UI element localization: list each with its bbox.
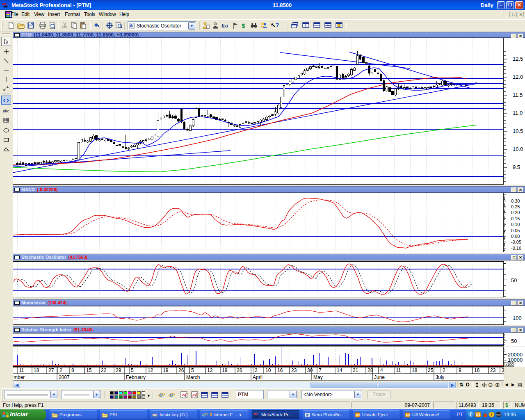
- svg-text:MS: MS: [254, 412, 258, 415]
- svg-text:March: March: [186, 374, 200, 380]
- svg-text:4: 4: [380, 368, 383, 373]
- svg-text:21: 21: [353, 368, 358, 373]
- svg-text:30: 30: [307, 368, 313, 373]
- svg-text:e: e: [203, 412, 206, 418]
- svg-text:23: 23: [490, 368, 496, 373]
- svg-text:5: 5: [191, 368, 194, 373]
- svg-text:12.0: 12.0: [513, 74, 523, 80]
- svg-text:11: 11: [19, 368, 24, 373]
- svg-text:2: 2: [255, 368, 258, 373]
- svg-text:0.20: 0.20: [511, 210, 520, 215]
- svg-text:12.5: 12.5: [513, 56, 523, 62]
- svg-text:26: 26: [178, 368, 184, 373]
- svg-text:May: May: [313, 374, 323, 380]
- svg-text:10.5: 10.5: [513, 128, 523, 134]
- svg-text:x100: x100: [505, 363, 514, 367]
- svg-text:0.25: 0.25: [511, 204, 520, 209]
- svg-text:MS: MS: [2, 2, 8, 6]
- svg-text:100: 100: [513, 315, 522, 321]
- svg-text:0.15: 0.15: [511, 216, 520, 221]
- svg-text:16: 16: [474, 368, 480, 373]
- svg-text:9.5: 9.5: [513, 164, 520, 170]
- svg-text:February: February: [126, 374, 146, 380]
- svg-text:3: 3: [502, 368, 504, 373]
- svg-text:50: 50: [511, 277, 517, 283]
- svg-text:27: 27: [48, 368, 54, 373]
- svg-text:U3: U3: [356, 413, 361, 417]
- svg-text:8: 8: [71, 368, 74, 373]
- svg-text:U3: U3: [406, 413, 411, 417]
- svg-text:osd: osd: [496, 413, 501, 416]
- svg-text:11.5: 11.5: [513, 92, 523, 98]
- svg-text:22: 22: [101, 368, 107, 373]
- svg-text:11.0: 11.0: [513, 110, 523, 116]
- svg-text:5: 5: [131, 368, 134, 373]
- svg-text:9: 9: [459, 368, 461, 373]
- svg-text:12: 12: [207, 368, 213, 373]
- svg-text:26: 26: [237, 368, 242, 373]
- svg-text:10.0: 10.0: [513, 146, 523, 152]
- svg-text:0.10: 0.10: [511, 222, 520, 227]
- svg-text:e: e: [169, 391, 173, 398]
- svg-text:15: 15: [86, 368, 92, 373]
- svg-text:7: 7: [319, 368, 322, 373]
- svg-text:-0.10: -0.10: [511, 246, 521, 251]
- svg-text:L: L: [7, 85, 9, 89]
- svg-text:10: 10: [265, 368, 271, 373]
- svg-text:2007: 2007: [59, 374, 70, 380]
- svg-text:2: 2: [443, 368, 445, 373]
- svg-text:18: 18: [34, 368, 39, 373]
- svg-text:!: !: [491, 413, 492, 417]
- svg-text:July: July: [436, 374, 444, 380]
- svg-text:0.30: 0.30: [511, 199, 520, 203]
- svg-text:14: 14: [337, 368, 342, 373]
- svg-text:23: 23: [291, 368, 297, 373]
- svg-text:abc: abc: [3, 108, 9, 113]
- svg-text:12: 12: [148, 368, 153, 373]
- svg-text:-0.05: -0.05: [511, 240, 521, 244]
- svg-text:11: 11: [396, 368, 401, 373]
- svg-text:e: e: [159, 391, 163, 398]
- svg-text:0.05: 0.05: [511, 228, 520, 233]
- svg-text:1: 1: [185, 394, 187, 398]
- svg-text:April: April: [253, 374, 262, 380]
- svg-text:2: 2: [59, 368, 62, 373]
- svg-text:19: 19: [163, 368, 169, 373]
- svg-text:18: 18: [412, 368, 418, 373]
- svg-text:mber: mber: [14, 374, 25, 380]
- svg-text:29: 29: [116, 368, 121, 373]
- svg-text:19: 19: [222, 368, 228, 373]
- svg-text:50: 50: [511, 338, 517, 344]
- svg-text:U3: U3: [476, 413, 481, 417]
- svg-text:June: June: [374, 374, 385, 380]
- svg-text:25: 25: [428, 368, 434, 373]
- svg-text:2: 2: [195, 394, 197, 398]
- svg-text:0.00: 0.00: [511, 234, 520, 239]
- svg-text:16: 16: [277, 368, 283, 373]
